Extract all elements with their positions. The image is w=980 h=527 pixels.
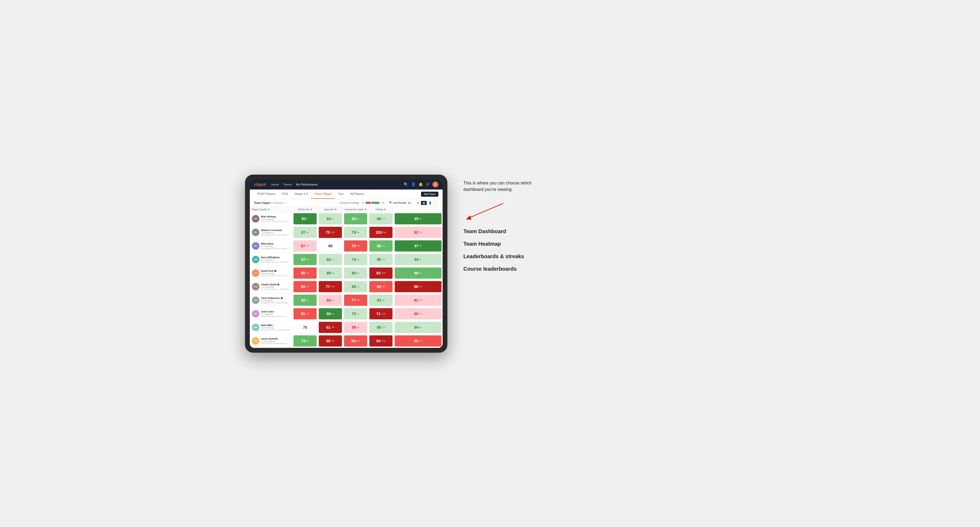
stat-value-putting-0: 95	[414, 217, 418, 221]
player-cell-5: CQ Charlie Quick 6-10 Handicap St. Georg…	[250, 280, 293, 293]
search-icon[interactable]: 🔍	[404, 182, 408, 186]
table-row[interactable]: JC Josh Coles 1-5 Handicap Royal North D…	[250, 307, 442, 321]
stat-approach-5: 80 1▲	[343, 280, 368, 293]
stat-box-quality-4: 85 -3▼	[293, 268, 317, 279]
stat-change-putting-6: -3▼	[418, 299, 422, 301]
stat-box-approach-8: 58 4▲	[344, 322, 367, 333]
stat-change-around-6: 4▲	[382, 299, 385, 301]
option-team-dashboard[interactable]: Team Dashboard	[463, 229, 538, 235]
stat-box-putting-8: 94 3▲	[395, 322, 442, 333]
stat-value-around-0: 88	[377, 217, 381, 221]
user-icon[interactable]: 👤	[411, 182, 415, 186]
stat-box-around-3: 85 -3▼	[369, 254, 393, 265]
table-row[interactable]: BM Blair McHarg Plus Handicap Royal Nort…	[250, 212, 442, 225]
stat-box-putting-2: 97 5▲	[395, 240, 442, 252]
player-name-6[interactable]: Chris Robertson	[261, 297, 288, 300]
dashboard-table: Player Quality ▼ Off the Tee ▼ Approach …	[250, 207, 442, 348]
player-name-3[interactable]: Dave Billingham	[261, 256, 290, 259]
table-row[interactable]: AN Aaron Nicholls 11-15 Handicap Drift G…	[250, 334, 442, 348]
avatar[interactable]: U	[433, 181, 438, 187]
stat-putting-8: 94 3▲	[394, 321, 442, 334]
stat-box-off_tee-3: 82 4▲	[319, 254, 342, 265]
page-wrapper: clippd Home Teams My Performance 🔍 👤 🔔 ⚙…	[245, 175, 735, 352]
sub-nav-tour[interactable]: Tour	[335, 189, 347, 199]
col-player-header[interactable]: Player Quality ▼	[250, 207, 293, 212]
player-details-6: Chris Robertson 1-5 Handicap Craigmillar…	[261, 297, 288, 304]
stat-box-around-6: 81 4▲	[369, 295, 393, 306]
stat-box-putting-0: 95 9▲	[395, 213, 442, 224]
player-name-9[interactable]: Aaron Nicholls	[261, 338, 287, 340]
sub-nav-pgat[interactable]: PGAT Players	[254, 189, 279, 199]
stat-value-off_tee-1: 73	[326, 230, 330, 235]
sub-nav-hcaps[interactable]: Hcaps 1-5	[291, 189, 311, 199]
player-name-7[interactable]: Josh Coles	[261, 310, 290, 313]
stat-value-approach-3: 74	[352, 257, 356, 262]
stat-value-putting-9: 85	[414, 339, 418, 343]
player-club-5: St. George's Hill GC - Weybridge - Surre…	[261, 288, 290, 290]
option-course-leaderboards[interactable]: Course leaderboards	[463, 266, 538, 272]
stat-around-5: 83 -6▼	[368, 280, 394, 293]
table-row[interactable]: DB Dave Billingham 1-5 Handicap Gog Mago…	[250, 252, 442, 266]
stat-quality-5: 83 -3▼	[293, 280, 318, 293]
settings-icon[interactable]: ⚙	[426, 182, 429, 186]
player-name-0[interactable]: Blair McHarg	[261, 215, 290, 218]
player-name-4[interactable]: David Ford	[261, 270, 290, 272]
stat-box-quality-8: 75	[293, 322, 317, 333]
table-row[interactable]: DF David Ford Plus Handicap Royal North …	[250, 266, 442, 280]
sub-nav: PGAT Players PGA Hcaps 1-5 Team Clippd T…	[250, 189, 442, 199]
table-row[interactable]: CQ Charlie Quick 6-10 Handicap St. Georg…	[250, 280, 442, 293]
player-avatar-4: DF	[252, 269, 259, 277]
stat-value-putting-8: 94	[414, 325, 418, 330]
player-name-2[interactable]: Elliot Ebert	[261, 243, 290, 245]
stat-box-quality-6: 82 3▲	[293, 295, 317, 306]
option-leaderboards[interactable]: Leaderboards & streaks	[463, 253, 538, 259]
stat-value-putting-1: 92	[414, 230, 418, 235]
bell-icon[interactable]: 🔔	[418, 182, 423, 186]
view-heatmap-icon[interactable]: ▦	[421, 201, 427, 205]
sub-nav-all-players[interactable]: All Players	[347, 189, 367, 199]
last-rounds-value: 20	[408, 202, 410, 204]
stat-value-off_tee-0: 84	[326, 217, 331, 221]
view-download-icon[interactable]: ↓	[434, 201, 438, 205]
stat-value-off_tee-7: 95	[326, 312, 331, 316]
stat-value-around-8: 88	[377, 325, 381, 330]
stat-box-off_tee-1: 73 -11▼	[319, 227, 342, 238]
stat-approach-6: 77 -3▼	[343, 293, 368, 307]
option-team-heatmap[interactable]: Team Heatmap	[463, 241, 538, 247]
stat-value-quality-5: 83	[301, 284, 305, 289]
stat-change-putting-3: 1▲	[419, 259, 422, 260]
table-row[interactable]: EE Elliot Ebert 1-5 Handicap Sunningdale…	[250, 239, 442, 252]
nav-home[interactable]: Home	[271, 182, 279, 187]
sub-nav-team-clippd[interactable]: Team Clippd	[311, 189, 335, 199]
stat-value-around-1: 103	[375, 230, 382, 235]
player-name-5[interactable]: Charlie Quick	[261, 283, 290, 286]
stat-change-putting-9: -4▼	[418, 340, 422, 342]
player-name-8[interactable]: Matt Miller	[261, 324, 290, 327]
stat-box-around-7: 71 -11▼	[369, 308, 393, 319]
table-row[interactable]: MM Matt Miller 6-10 Handicap Woburn Golf…	[250, 321, 442, 334]
add-team-button[interactable]: Add Team	[421, 192, 438, 197]
col-approach-header[interactable]: Approach ▼	[318, 207, 343, 212]
last-rounds-button[interactable]: 📅 Last Rounds: 20	[387, 201, 413, 205]
stat-value-off_tee-3: 82	[326, 257, 331, 262]
view-grid-icon[interactable]: ⊞	[415, 201, 421, 205]
col-around-green-header[interactable]: Around the Green ▼	[343, 207, 368, 212]
stat-off_tee-3: 82 4▲	[318, 252, 343, 266]
sub-nav-pga[interactable]: PGA	[279, 189, 291, 199]
nav-teams[interactable]: Teams	[283, 182, 292, 187]
stat-change-around-8: -2▼	[382, 326, 385, 328]
player-name-1[interactable]: Edward Crossman	[261, 229, 290, 232]
team-header: Team Clippd 14 Players ✏ 20 Round Change…	[250, 199, 442, 207]
col-off-tee-header[interactable]: Off the Tee ▼	[293, 207, 318, 212]
edit-icon[interactable]: ✏	[285, 202, 287, 205]
player-avatar-6: CR	[252, 297, 259, 304]
bar-red	[366, 202, 371, 204]
stat-box-putting-6: 91 -3▼	[395, 295, 442, 306]
table-row[interactable]: EC Edward Crossman 1-5 Handicap Sunningd…	[250, 225, 442, 239]
nav-my-performance[interactable]: My Performance	[296, 182, 318, 187]
view-person-icon[interactable]: 👤	[427, 201, 434, 205]
stat-box-approach-9: 58 10▲	[344, 335, 367, 346]
col-putting-header[interactable]: Putting ▼	[368, 207, 394, 212]
player-details-8: Matt Miller 6-10 Handicap Woburn Golf Cl…	[261, 324, 290, 331]
table-row[interactable]: CR Chris Robertson 1-5 Handicap Craigmil…	[250, 293, 442, 307]
